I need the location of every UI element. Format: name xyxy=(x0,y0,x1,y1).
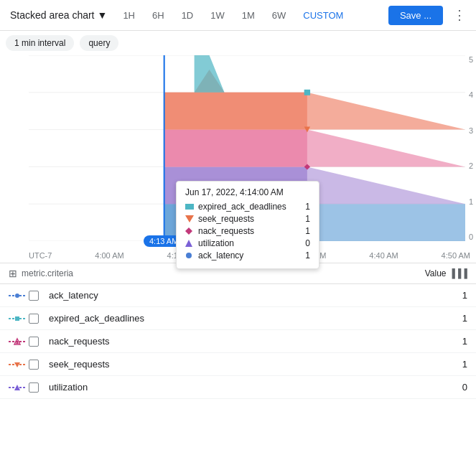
chevron-down-icon: ▼ xyxy=(98,9,108,21)
util-name: utilization xyxy=(49,382,446,393)
nack-name: nack_requests xyxy=(49,336,446,347)
tooltip-row-expired: expired_ack_deadlines 1 xyxy=(185,202,310,212)
table-row: utilization 0 xyxy=(0,376,476,399)
time-6h-button[interactable]: 6H xyxy=(146,7,170,24)
svg-point-25 xyxy=(186,253,192,258)
chart-type-selector[interactable]: Stacked area chart ▼ xyxy=(6,6,111,24)
tooltip-nack-value: 1 xyxy=(305,226,310,236)
svg-marker-36 xyxy=(14,385,20,390)
table-row: nack_requests 1 xyxy=(0,330,476,353)
tooltip-expired-icon xyxy=(185,204,194,210)
value-column-header: Value ▐▐▐ xyxy=(425,268,467,278)
util-value: 0 xyxy=(446,382,467,393)
y-label-5: 5 xyxy=(469,55,473,64)
table-row: expired_ack_deadlines 1 xyxy=(0,307,476,330)
tooltip-nack-label: nack_requests xyxy=(198,226,301,236)
svg-marker-22 xyxy=(185,215,194,222)
metric-header-label: metric.criteria xyxy=(22,268,73,278)
y-label-1: 1 xyxy=(469,197,473,206)
time-1h-button[interactable]: 1H xyxy=(117,7,141,24)
y-label-4: 4 xyxy=(469,90,473,99)
tooltip-row-nack: nack_requests 1 xyxy=(185,226,310,236)
svg-point-27 xyxy=(15,294,19,298)
nack-value: 1 xyxy=(446,336,467,347)
tooltip-nack-icon xyxy=(185,228,194,234)
tooltip-util-icon xyxy=(185,240,194,246)
tooltip-ack-label: ack_latency xyxy=(198,250,301,260)
tooltip-seek-icon xyxy=(185,216,194,222)
svg-marker-15 xyxy=(164,55,307,93)
nack-icon xyxy=(9,337,29,346)
svg-marker-14 xyxy=(195,55,307,93)
expired-icon xyxy=(9,314,29,323)
time-1m-button[interactable]: 1M xyxy=(236,7,261,24)
tooltip-row-seek: seek_requests 1 xyxy=(185,214,310,224)
y-label-2: 2 xyxy=(469,161,473,170)
util-icon xyxy=(9,383,29,392)
more-options-button[interactable]: ⋮ xyxy=(449,4,470,26)
seek-name: seek_requests xyxy=(49,359,446,370)
tooltip-util-label: utilization xyxy=(198,238,301,248)
tooltip-seek-label: seek_requests xyxy=(198,214,301,224)
tooltip-ack-value: 1 xyxy=(305,250,310,260)
seek-checkbox[interactable] xyxy=(29,360,43,370)
query-tag[interactable]: query xyxy=(80,35,118,51)
chart-container[interactable]: 5 4 3 2 1 0 xyxy=(0,55,476,263)
expired-name: expired_ack_deadlines xyxy=(49,313,446,324)
sub-toolbar: 1 min interval query xyxy=(0,31,476,55)
svg-marker-11 xyxy=(164,130,307,167)
y-label-3: 3 xyxy=(469,126,473,135)
time-1d-button[interactable]: 1D xyxy=(176,7,200,24)
svg-marker-34 xyxy=(14,362,20,367)
ack-latency-icon xyxy=(9,291,29,300)
tooltip-expired-value: 1 xyxy=(305,202,310,212)
table-row: seek_requests 1 xyxy=(0,353,476,376)
chart-tooltip: Jun 17, 2022, 4:14:00 AM expired_ack_dea… xyxy=(176,181,319,269)
tooltip-expired-label: expired_ack_deadlines xyxy=(198,202,301,212)
tooltip-ack-icon xyxy=(185,253,194,258)
seek-icon xyxy=(9,360,29,369)
ack-latency-name: ack_latency xyxy=(49,290,446,301)
toolbar: Stacked area chart ▼ 1H 6H 1D 1W 1M 6W C… xyxy=(0,0,476,31)
svg-rect-16 xyxy=(304,90,310,95)
save-button[interactable]: Save ... xyxy=(388,6,443,25)
seek-value: 1 xyxy=(446,359,467,370)
chart-title-label: Stacked area chart xyxy=(10,9,95,21)
y-label-0: 0 xyxy=(469,233,473,241)
expired-checkbox[interactable] xyxy=(29,314,43,324)
metrics-table: ⊞ metric.criteria Value ▐▐▐ ack_latency … xyxy=(0,263,476,399)
tooltip-row-util: utilization 0 xyxy=(185,238,310,248)
y-axis: 5 4 3 2 1 0 xyxy=(469,55,473,241)
time-custom-button[interactable]: CUSTOM xyxy=(297,7,349,24)
table-row: ack_latency 1 xyxy=(0,284,476,307)
x-label-400: 4:00 AM xyxy=(95,251,123,260)
tooltip-util-value: 0 xyxy=(305,238,310,248)
ack-latency-value: 1 xyxy=(446,290,467,301)
svg-marker-23 xyxy=(185,227,192,235)
cursor-time-text: 4:13 AM xyxy=(149,237,178,245)
svg-marker-24 xyxy=(185,240,192,247)
value-header-label: Value xyxy=(425,268,447,278)
tooltip-row-ack: ack_latency 1 xyxy=(185,250,310,260)
interval-tag[interactable]: 1 min interval xyxy=(6,35,74,51)
metric-column-header: ⊞ metric.criteria xyxy=(9,268,425,279)
x-label-utc: UTC-7 xyxy=(29,251,52,260)
svg-marker-13 xyxy=(164,93,307,130)
bars-icon: ▐▐▐ xyxy=(449,268,467,278)
x-label-440: 4:40 AM xyxy=(369,251,398,260)
expired-value: 1 xyxy=(446,313,467,324)
svg-rect-29 xyxy=(15,316,19,321)
util-checkbox[interactable] xyxy=(29,382,43,393)
ack-latency-checkbox[interactable] xyxy=(29,291,43,301)
nack-checkbox[interactable] xyxy=(29,337,43,347)
grid-icon: ⊞ xyxy=(9,268,17,279)
svg-rect-21 xyxy=(185,204,194,210)
tooltip-seek-value: 1 xyxy=(305,214,310,224)
time-6w-button[interactable]: 6W xyxy=(266,7,292,24)
time-1w-button[interactable]: 1W xyxy=(205,7,230,24)
tooltip-date: Jun 17, 2022, 4:14:00 AM xyxy=(185,187,310,197)
x-label-450: 4:50 AM xyxy=(442,251,470,260)
